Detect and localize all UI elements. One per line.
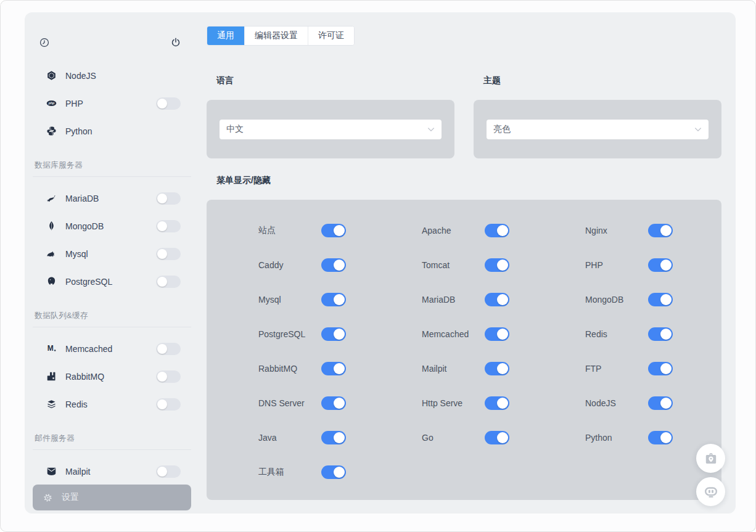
history-button[interactable] (39, 37, 50, 48)
toggle-rabbitmq[interactable] (321, 362, 346, 375)
toggle-nginx[interactable] (648, 224, 673, 237)
toggle-postgresql[interactable] (156, 276, 181, 288)
redis-icon (46, 399, 57, 409)
toggle-go[interactable] (485, 431, 509, 444)
toggle-knob (497, 225, 508, 236)
sidebar-item-mailpit[interactable]: Mailpit (25, 457, 197, 485)
toggle-http-serve[interactable] (485, 396, 509, 410)
menu-toggle-label: Caddy (258, 260, 321, 270)
toggle-knob (497, 294, 508, 305)
sidebar-item-php[interactable]: PHP (25, 89, 197, 117)
assistant-button[interactable] (696, 477, 725, 506)
sidebar-group: 数据队列&缓存 Memcached RabbitMQ Redis (25, 295, 197, 418)
toggle-nodejs[interactable] (648, 396, 673, 410)
main-content: 通用 编辑器设置 许可证 语言 中文 主题 (197, 12, 736, 514)
sidebar-item-memcached[interactable]: Memcached (25, 335, 197, 362)
toggle-knob (660, 398, 672, 409)
menu-toggle-cell: Mailpit (422, 351, 585, 386)
tab-general[interactable]: 通用 (207, 27, 244, 45)
theme-select[interactable]: 亮色 (487, 120, 709, 139)
menu-toggle-cell: Nginx (585, 213, 749, 248)
menu-toggle-label: Apache (422, 226, 485, 235)
app-window: NodeJS PHP Python 数据库服务器 MariaDB MongoDB… (0, 0, 756, 532)
toggle-knob (334, 294, 345, 305)
sidebar-item-postgresql[interactable]: PostgreSQL (25, 268, 197, 295)
menu-toggle-label: 站点 (258, 225, 321, 236)
toggle-mariadb[interactable] (485, 293, 509, 306)
toggle-memcached[interactable] (156, 343, 181, 355)
sidebar-group: 数据库服务器 MariaDB MongoDB Mysql PostgreSQL (25, 145, 197, 295)
toggle-站点[interactable] (321, 224, 346, 237)
theme-section: 主题 亮色 (474, 75, 721, 158)
toggle-rabbitmq[interactable] (156, 370, 181, 383)
toggle-knob (334, 260, 345, 271)
toggle-knob (660, 225, 672, 236)
sidebar-item-label: MariaDB (65, 194, 156, 203)
tab-bar: 通用 编辑器设置 许可证 (207, 26, 355, 46)
menu-toggle-cell: Http Serve (422, 386, 585, 420)
toggle-knob (497, 398, 508, 409)
toggle-mysql[interactable] (321, 293, 346, 306)
sidebar-item-redis[interactable]: Redis (25, 390, 197, 418)
nodejs-icon (46, 70, 57, 81)
mariadb-icon (46, 193, 57, 203)
menu-toggle-label: MongoDB (585, 295, 648, 305)
toggle-php[interactable] (156, 97, 181, 110)
sidebar-item-python[interactable]: Python (25, 117, 197, 145)
toggle-knob (497, 432, 508, 443)
memcached-icon (46, 343, 57, 354)
sidebar-item-rabbitmq[interactable]: RabbitMQ (25, 362, 197, 390)
toggle-mysql[interactable] (156, 248, 181, 260)
sidebar-item-mongodb[interactable]: MongoDB (25, 212, 197, 240)
language-card: 中文 (207, 100, 454, 158)
sidebar-item-label: MongoDB (65, 221, 156, 231)
menu-toggle-cell: Apache (422, 213, 585, 248)
menu-toggle-cell: Caddy (258, 248, 422, 282)
sidebar-group-header: 数据库服务器 (25, 145, 197, 176)
toggle-mailpit[interactable] (156, 465, 181, 478)
toggle-java[interactable] (321, 431, 346, 444)
language-select[interactable]: 中文 (220, 120, 442, 139)
menu-toggle-label: Http Serve (422, 398, 485, 408)
chevron-down-icon (426, 125, 436, 134)
menu-toggle-label: DNS Server (258, 398, 321, 408)
menu-toggle-cell: Tomcat (422, 248, 585, 282)
toggle-memcached[interactable] (485, 327, 509, 341)
menu-toggle-label: NodeJS (585, 398, 648, 408)
toggle-tomcat[interactable] (485, 258, 509, 272)
toggle-dns-server[interactable] (321, 396, 346, 410)
toggle-mailpit[interactable] (485, 362, 509, 375)
sidebar: NodeJS PHP Python 数据库服务器 MariaDB MongoDB… (25, 12, 197, 514)
tab-editor-settings[interactable]: 编辑器设置 (244, 27, 308, 45)
toggle-ftp[interactable] (648, 362, 673, 375)
tab-license[interactable]: 许可证 (308, 27, 354, 45)
toggle-python[interactable] (648, 431, 673, 444)
sidebar-item-settings[interactable]: 设置 (33, 485, 191, 510)
sidebar-item-label: Memcached (65, 344, 156, 354)
toggle-mongodb[interactable] (156, 220, 181, 232)
toggle-knob (334, 363, 345, 374)
toggle-工具箱[interactable] (321, 465, 346, 479)
sidebar-toolbar (39, 37, 181, 48)
toggle-apache[interactable] (485, 224, 509, 237)
toolbox-button[interactable] (696, 444, 725, 473)
menu-toggle-cell: DNS Server (258, 386, 422, 420)
sidebar-item-nodejs[interactable]: NodeJS (25, 62, 197, 89)
toggle-redis[interactable] (648, 327, 673, 341)
sidebar-item-mariadb[interactable]: MariaDB (25, 184, 197, 212)
toggle-knob (157, 372, 167, 382)
toggle-mariadb[interactable] (156, 192, 181, 205)
toggle-redis[interactable] (156, 398, 181, 411)
sidebar-item-label: Redis (65, 399, 156, 409)
toggle-mongodb[interactable] (648, 293, 673, 306)
toggle-php[interactable] (648, 258, 673, 272)
power-button[interactable] (170, 37, 181, 48)
mongodb-icon (46, 221, 57, 231)
menu-toggle-cell: FTP (585, 351, 749, 386)
toggle-postgresql[interactable] (321, 327, 346, 341)
robot-icon (704, 485, 718, 499)
toggle-knob (660, 329, 672, 340)
toggle-knob (157, 344, 167, 354)
sidebar-item-mysql[interactable]: Mysql (25, 240, 197, 268)
toggle-caddy[interactable] (321, 258, 346, 272)
